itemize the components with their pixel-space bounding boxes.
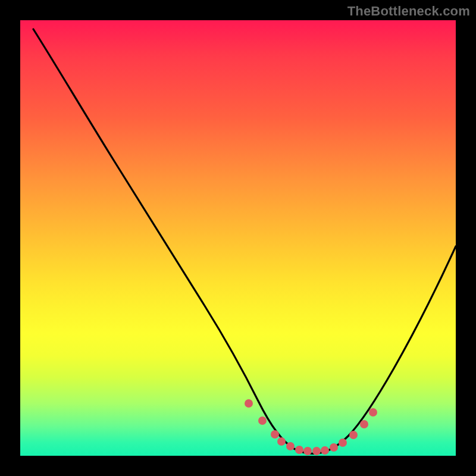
marker-dot	[330, 443, 338, 452]
marker-dot	[312, 447, 321, 455]
marker-dot	[286, 442, 295, 450]
watermark-text: TheBottleneck.com	[347, 4, 470, 19]
marker-dot	[369, 408, 377, 416]
marker-dot	[245, 399, 253, 408]
plot-area	[20, 20, 456, 456]
chart-frame: TheBottleneck.com	[0, 0, 476, 476]
curve-path	[33, 29, 456, 453]
chart-svg	[20, 20, 456, 456]
marker-dot	[271, 430, 279, 439]
marker-dot	[277, 437, 286, 446]
marker-dot	[303, 447, 312, 455]
marker-dot	[295, 446, 303, 454]
marker-dot	[349, 431, 358, 439]
marker-dot	[258, 416, 267, 425]
marker-dot	[339, 439, 347, 447]
marker-dot	[321, 446, 329, 455]
marker-dot	[360, 420, 368, 428]
marker-group	[245, 399, 377, 455]
